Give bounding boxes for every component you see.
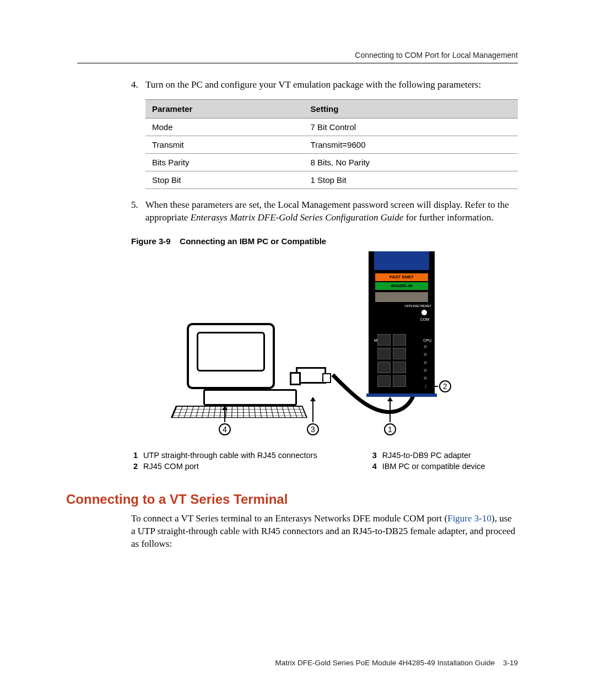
module-label-model: 4H4285-49: [375, 282, 428, 290]
col-header-parameter: Parameter: [145, 99, 304, 118]
section-heading: Connecting to a VT Series Terminal: [66, 492, 518, 507]
figure-illustration: FAST ENET 4H4285-49 OFFLINE/ RESET COM M…: [176, 251, 473, 444]
content-column: 4. Turn on the PC and configure your VT …: [131, 79, 518, 472]
legend-key: 1: [131, 450, 141, 461]
running-header: Connecting to COM Port for Local Managem…: [77, 51, 518, 63]
cell-param: Stop Bit: [145, 171, 304, 189]
page-footer: Matrix DFE-Gold Series PoE Module 4H4285…: [77, 659, 518, 667]
legend-key: 4: [370, 461, 380, 472]
footer-page-number: 3-19: [503, 659, 518, 667]
col-header-setting: Setting: [304, 99, 518, 118]
figure-caption: Figure 3-9 Connecting an IBM PC or Compa…: [131, 236, 518, 246]
table-row: Mode 7 Bit Control: [145, 118, 518, 136]
rj45-jacks-icon: [377, 334, 406, 387]
legend-value: UTP straight-through cable with RJ45 con…: [141, 450, 370, 461]
step-5: 5. When these parameters are set, the Lo…: [131, 199, 518, 224]
cell-setting: 8 Bits, No Parity: [304, 153, 518, 171]
step-number: 5.: [131, 199, 145, 224]
reset-led-icon: [421, 310, 427, 315]
callout-arrow-icon: [390, 401, 391, 422]
cell-setting: Transmit=9600: [304, 136, 518, 153]
step-4: 4. Turn on the PC and configure your VT …: [131, 79, 518, 91]
legend-key: 3: [370, 450, 380, 461]
module-label-cpu: CPU: [423, 338, 431, 342]
callout-2: 2: [439, 380, 451, 392]
callout-arrow-icon: [312, 401, 313, 422]
footer-title: Matrix DFE-Gold Series PoE Module 4H4285…: [275, 659, 495, 667]
figure-legend: 1 UTP straight-through cable with RJ45 c…: [131, 450, 518, 472]
led-column-icon: [423, 345, 428, 388]
cell-param: Bits Parity: [145, 153, 304, 171]
table-row: Stop Bit 1 Stop Bit: [145, 171, 518, 189]
step-text: When these parameters are set, the Local…: [145, 199, 518, 224]
cell-setting: 1 Stop Bit: [304, 171, 518, 189]
figure-title: Connecting an IBM PC or Compatible: [180, 236, 326, 246]
text-run: for further information.: [406, 212, 494, 223]
table-row: Bits Parity 8 Bits, No Parity: [145, 153, 518, 171]
step-text: Turn on the PC and configure your VT emu…: [145, 79, 518, 91]
parameter-table: Parameter Setting Mode 7 Bit Control Tra…: [145, 99, 518, 189]
table-row: Transmit Transmit=9600: [145, 136, 518, 153]
callout-1: 1: [384, 423, 396, 435]
legend-value: RJ45 COM port: [141, 461, 370, 472]
legend-value: IBM PC or compatible device: [380, 461, 518, 472]
section-intro-paragraph: To connect a VT Series terminal to an En…: [131, 513, 518, 551]
legend-value: RJ45-to-DB9 PC adapter: [380, 450, 518, 461]
callout-3: 3: [307, 423, 319, 435]
figure-label: Figure 3-9: [131, 236, 171, 246]
cell-param: Mode: [145, 118, 304, 136]
dfe-module-icon: FAST ENET 4H4285-49 OFFLINE/ RESET COM M…: [369, 251, 435, 395]
module-label-offline: OFFLINE/ RESET: [404, 304, 431, 308]
legend-key: 2: [131, 461, 141, 472]
module-base-icon: [366, 394, 437, 397]
text-run-italic: Enterasys Matrix DFE-Gold Series Configu…: [191, 212, 404, 223]
callout-arrow-icon: [425, 386, 438, 387]
callout-arrow-icon: [224, 410, 225, 422]
page-body: Connecting to COM Port for Local Managem…: [77, 51, 518, 557]
text-run: To connect a VT Series terminal to an En…: [131, 513, 447, 524]
callout-4: 4: [219, 423, 231, 435]
step-number: 4.: [131, 79, 145, 91]
cell-param: Transmit: [145, 136, 304, 153]
module-label-fast-enet: FAST ENET: [375, 273, 428, 281]
cell-setting: 7 Bit Control: [304, 118, 518, 136]
figure-xref-link[interactable]: Figure 3-10: [447, 513, 491, 524]
module-label-com: COM: [420, 317, 429, 321]
